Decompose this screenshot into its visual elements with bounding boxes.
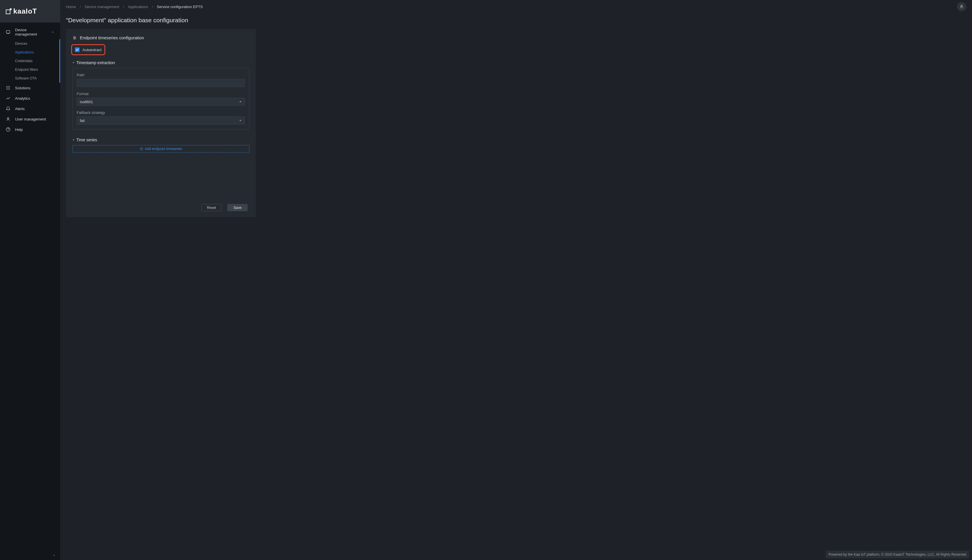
sidebar: kaaIoT Device management Devices Applica… (0, 0, 60, 560)
timestamp-extraction-fieldset: Path Format iso8601 Fallback strategy (72, 68, 249, 130)
svg-marker-22 (239, 101, 241, 102)
save-button[interactable]: Save (228, 204, 248, 211)
fallback-value: fail (80, 118, 85, 123)
chevron-left-icon (53, 554, 55, 557)
logo[interactable]: kaaIoT (6, 7, 37, 15)
svg-point-8 (7, 89, 7, 90)
autoextract-label[interactable]: Autoextract (82, 48, 102, 52)
sidebar-item-label: Credentials (15, 59, 33, 63)
svg-point-18 (74, 37, 74, 37)
chevron-up-icon (51, 30, 54, 34)
sidebar-item-solutions[interactable]: Solutions (0, 83, 60, 93)
content: "Development" application base configura… (60, 13, 972, 560)
time-series-section: Time series Add endpoint timeseries (66, 136, 256, 153)
breadcrumb-home[interactable]: Home (66, 5, 76, 9)
sidebar-item-analytics[interactable]: Analytics (0, 93, 60, 103)
svg-point-5 (7, 88, 7, 88)
sidebar-item-label: User management (15, 117, 46, 122)
help-icon (6, 127, 10, 132)
path-input[interactable] (77, 79, 245, 87)
svg-point-20 (74, 38, 75, 39)
timestamp-extraction-toggle[interactable]: Timestamp extraction (72, 60, 249, 65)
breadcrumb-applications[interactable]: Applications (128, 5, 148, 9)
sidebar-item-label: Alerts (15, 107, 25, 111)
svg-rect-0 (7, 31, 10, 33)
sidebar-item-label: Endpoint filters (15, 68, 38, 72)
sidebar-item-devices[interactable]: Devices (0, 39, 59, 48)
caret-down-icon (72, 139, 75, 141)
main: Home Device management Applications Serv… (60, 0, 972, 560)
breadcrumb: Home Device management Applications Serv… (66, 5, 203, 9)
sidebar-collapse[interactable] (0, 551, 60, 560)
panel-footer: Reset Save (66, 199, 256, 211)
logo-area: kaaIoT (0, 0, 60, 23)
sidebar-item-applications[interactable]: Applications (0, 48, 59, 57)
chevron-right-icon (122, 5, 125, 8)
panel-header-text: Endpoint timeseries configuration (80, 35, 144, 40)
add-ts-label: Add endpoint timeseries (145, 147, 182, 151)
chevron-right-icon (151, 5, 154, 8)
user-icon (959, 4, 964, 9)
config-panel: Endpoint timeseries configuration Autoex… (66, 29, 256, 217)
user-menu-button[interactable] (957, 2, 966, 11)
sidebar-item-device-management[interactable]: Device management (0, 25, 60, 39)
sidebar-item-label: Devices (15, 42, 27, 46)
sidebar-item-credentials[interactable]: Credentials (0, 57, 59, 65)
logo-text: kaaIoT (13, 7, 37, 15)
fallback-label: Fallback strategy (77, 110, 245, 115)
format-field: Format iso8601 (77, 92, 245, 106)
sidebar-item-label: Analytics (15, 96, 30, 100)
svg-point-19 (75, 37, 75, 38)
bell-icon (6, 106, 10, 111)
sidebar-item-software-ota[interactable]: Software OTA (0, 74, 59, 83)
sidebar-item-help[interactable]: Help (0, 124, 60, 135)
sidebar-item-label: Software OTA (15, 76, 37, 80)
autoextract-checkbox[interactable] (75, 47, 80, 52)
caret-down-icon (72, 62, 75, 64)
topbar: Home Device management Applications Serv… (60, 0, 972, 13)
svg-marker-21 (73, 62, 74, 63)
sliders-icon (72, 35, 77, 40)
svg-point-7 (9, 88, 10, 88)
add-endpoint-timeseries-button[interactable]: Add endpoint timeseries (72, 145, 249, 153)
svg-point-14 (961, 5, 962, 7)
subsection-title: Time series (76, 138, 97, 142)
path-label: Path (77, 73, 245, 77)
fallback-select[interactable]: fail (77, 117, 245, 125)
svg-marker-23 (239, 120, 241, 121)
reset-button[interactable]: Reset (201, 204, 222, 211)
breadcrumb-device-management[interactable]: Device management (85, 5, 119, 9)
analytics-icon (6, 96, 10, 100)
caret-down-icon (239, 119, 242, 122)
sidebar-item-label: Solutions (15, 86, 30, 90)
sidebar-subnav-device-management: Devices Applications Credentials Endpoin… (0, 39, 60, 83)
sidebar-item-label: Device management (15, 28, 46, 37)
svg-point-10 (9, 89, 10, 90)
caret-down-icon (239, 100, 242, 103)
sidebar-item-label: Help (15, 127, 23, 132)
svg-point-4 (9, 86, 10, 87)
time-series-toggle[interactable]: Time series (72, 138, 249, 142)
logo-icon (6, 8, 12, 14)
sidebar-item-alerts[interactable]: Alerts (0, 103, 60, 114)
format-label: Format (77, 92, 245, 96)
sidebar-item-user-management[interactable]: User management (0, 114, 60, 124)
footer-text: Powered by the Kaa IoT platform, © 2020 … (826, 551, 969, 558)
svg-point-2 (7, 86, 7, 87)
sidebar-item-label: Applications (15, 50, 34, 54)
sidebar-item-endpoint-filters[interactable]: Endpoint filters (0, 65, 59, 74)
svg-point-6 (8, 88, 9, 88)
svg-point-9 (8, 89, 9, 90)
svg-point-3 (8, 86, 9, 87)
nav: Device management Devices Applications C… (0, 23, 60, 551)
panel-header: Endpoint timeseries configuration (66, 35, 256, 44)
svg-marker-24 (73, 140, 74, 140)
format-select[interactable]: iso8601 (77, 98, 245, 106)
user-icon (6, 117, 10, 122)
autoextract-highlight: Autoextract (71, 44, 105, 55)
fallback-field: Fallback strategy fail (77, 110, 245, 125)
format-value: iso8601 (80, 100, 93, 104)
timestamp-extraction-section: Timestamp extraction Path Format iso8601 (66, 59, 256, 136)
subsection-title: Timestamp extraction (76, 60, 115, 65)
breadcrumb-current: Service configuration EPTS (157, 5, 203, 9)
